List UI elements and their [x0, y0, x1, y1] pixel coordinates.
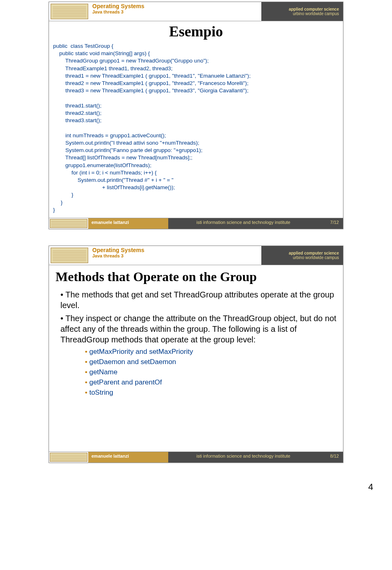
bullet-item: They inspect or change the attribute on …	[60, 313, 337, 397]
dept-line1: applied computer science	[265, 251, 339, 255]
slide-title: Methods that Operate on the Group	[53, 269, 339, 284]
footer-institute: isti information science and technology …	[168, 452, 318, 463]
university-crest-icon	[51, 248, 88, 263]
footer-page: 8/12	[318, 452, 343, 463]
course-subtitle: Java threads 3	[92, 253, 259, 258]
code-listing: public class TestGroup { public static v…	[53, 42, 339, 214]
footer-crest-icon	[50, 219, 87, 228]
footer-institute: isti information science and technology …	[168, 218, 318, 229]
course-subtitle: Java threads 3	[92, 9, 259, 14]
university-crest-icon	[51, 4, 88, 19]
slide-header: Operating Systems Java threads 3 applied…	[49, 2, 343, 21]
sub-bullet-item: getName	[85, 368, 337, 377]
sub-bullet-item: getParent and parentOf	[85, 378, 337, 387]
handout-page-number: 4	[0, 479, 392, 505]
slide-footer: emanuele lattanzi isti information scien…	[49, 452, 343, 463]
slide-body: Esempio public class TestGroup { public …	[49, 21, 343, 218]
footer-crest-icon	[50, 453, 87, 462]
dept-line1: applied computer science	[265, 7, 339, 11]
slide-header: Operating Systems Java threads 3 applied…	[49, 246, 343, 265]
footer-author: emanuele lattanzi	[88, 218, 168, 229]
header-titles: Operating Systems Java threads 3	[90, 246, 261, 265]
dept-line2: urbino worldwide campus	[265, 255, 339, 260]
bullet-item: The methods that get and set ThreadGroup…	[60, 289, 337, 311]
sub-bullet-item: getMaxPriority and setMaxPriority	[85, 347, 337, 356]
header-department: applied computer science urbino worldwid…	[261, 2, 343, 21]
course-title: Operating Systems	[92, 247, 259, 253]
sub-bullet-item: toString	[85, 388, 337, 397]
slide-2: Operating Systems Java threads 3 applied…	[49, 246, 343, 463]
slide-body: Methods that Operate on the Group The me…	[49, 265, 343, 452]
sub-bullet-item: getDaemon and setDaemon	[85, 358, 337, 367]
header-titles: Operating Systems Java threads 3	[90, 2, 261, 21]
slide-1: Operating Systems Java threads 3 applied…	[49, 2, 343, 229]
slide-footer: emanuele lattanzi isti information scien…	[49, 218, 343, 229]
bullet-list: The methods that get and set ThreadGroup…	[55, 289, 337, 397]
footer-author: emanuele lattanzi	[88, 452, 168, 463]
course-title: Operating Systems	[92, 3, 259, 9]
dept-line2: urbino worldwide campus	[265, 11, 339, 16]
footer-page: 7/12	[318, 218, 343, 229]
slide-title: Esempio	[53, 23, 339, 40]
bullet-text: They inspect or change the attribute on …	[60, 314, 336, 344]
header-department: applied computer science urbino worldwid…	[261, 246, 343, 265]
sub-bullet-list: getMaxPriority and setMaxPriority getDae…	[60, 347, 337, 397]
